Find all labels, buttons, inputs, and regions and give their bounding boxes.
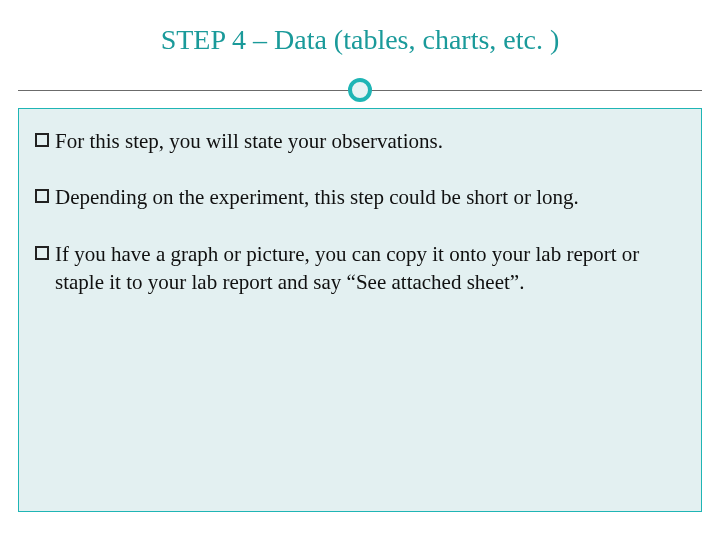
title-area: STEP 4 – Data (tables, charts, etc. ) [0,0,720,68]
slide: STEP 4 – Data (tables, charts, etc. ) Fo… [0,0,720,540]
square-bullet-icon [35,133,49,147]
slide-title: STEP 4 – Data (tables, charts, etc. ) [40,24,680,56]
divider-circle-icon [348,78,372,102]
square-bullet-icon [35,246,49,260]
title-divider [18,76,702,104]
bullet-text: Depending on the experiment, this step c… [55,183,681,211]
list-item: For this step, you will state your obser… [35,127,681,155]
content-panel: For this step, you will state your obser… [18,108,702,512]
list-item: If you have a graph or picture, you can … [35,240,681,297]
bullet-text: For this step, you will state your obser… [55,127,681,155]
list-item: Depending on the experiment, this step c… [35,183,681,211]
bullet-text: If you have a graph or picture, you can … [55,240,681,297]
square-bullet-icon [35,189,49,203]
